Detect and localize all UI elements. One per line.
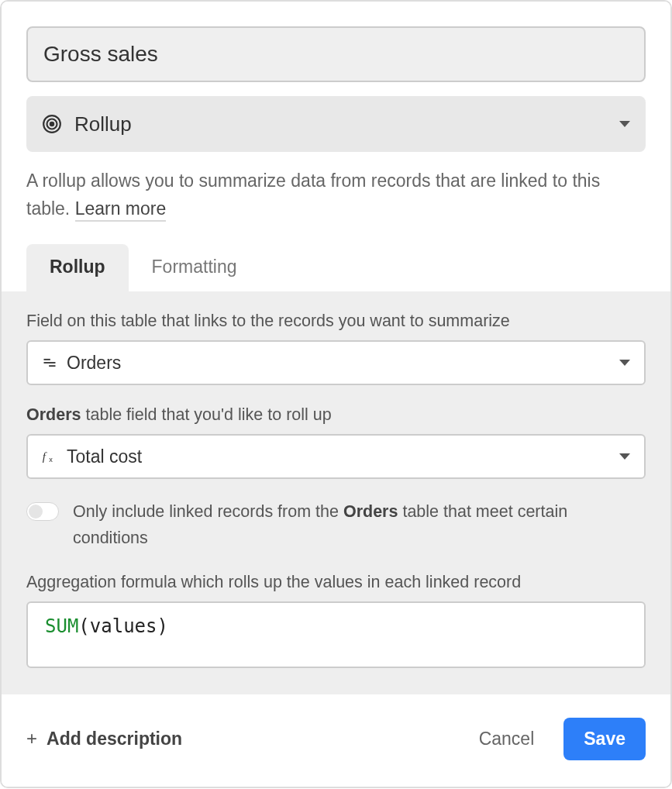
conditions-table-name: Orders — [343, 502, 398, 521]
chevron-down-icon — [619, 453, 630, 460]
config-tabs: Rollup Formatting — [26, 244, 646, 291]
save-button[interactable]: Save — [563, 718, 646, 760]
dialog-top-section: Rollup A rollup allows you to summarize … — [2, 2, 670, 291]
plus-icon: + — [26, 728, 37, 749]
aggregation-label: Aggregation formula which rolls up the v… — [26, 573, 646, 592]
formula-function: SUM — [45, 615, 78, 637]
chevron-down-icon — [619, 121, 630, 127]
formula-icon: f x — [42, 449, 57, 464]
link-field-select[interactable]: Orders — [26, 340, 646, 385]
formula-close-paren: ) — [157, 615, 168, 637]
field-config-dialog: Rollup A rollup allows you to summarize … — [0, 0, 672, 788]
svg-text:x: x — [49, 456, 53, 463]
conditions-row: Only include linked records from the Ord… — [26, 499, 646, 551]
dialog-footer: + Add description Cancel Save — [2, 694, 670, 787]
cancel-button[interactable]: Cancel — [459, 718, 555, 760]
rollup-config-section: Field on this table that links to the re… — [2, 291, 670, 694]
formula-arg: values — [90, 615, 157, 637]
chevron-down-icon — [619, 360, 630, 366]
conditions-toggle[interactable] — [26, 502, 59, 521]
add-description-label: Add description — [47, 729, 182, 749]
conditions-prefix: Only include linked records from the — [73, 502, 343, 521]
aggregation-formula-input[interactable]: SUM(values) — [26, 601, 646, 668]
add-description-button[interactable]: + Add description — [26, 728, 182, 749]
learn-more-link[interactable]: Learn more — [75, 198, 167, 222]
rollup-field-label: Orders table field that you'd like to ro… — [26, 405, 646, 425]
conditions-label: Only include linked records from the Ord… — [73, 499, 646, 551]
tab-formatting[interactable]: Formatting — [129, 244, 260, 291]
link-field-label: Field on this table that links to the re… — [26, 312, 646, 331]
rollup-icon — [42, 114, 62, 134]
formula-open-paren: ( — [78, 615, 89, 637]
tab-rollup[interactable]: Rollup — [26, 244, 129, 291]
rollup-field-table-name: Orders — [26, 405, 81, 424]
link-field-value: Orders — [67, 353, 610, 374]
rollup-field-value: Total cost — [67, 446, 610, 467]
svg-point-2 — [50, 122, 53, 126]
field-type-label: Rollup — [74, 112, 607, 136]
rollup-field-label-rest: table field that you'd like to roll up — [81, 405, 332, 424]
rollup-field-select[interactable]: f x Total cost — [26, 434, 646, 479]
linked-record-icon — [42, 355, 57, 370]
field-type-description: A rollup allows you to summarize data fr… — [26, 167, 646, 222]
field-type-select[interactable]: Rollup — [26, 96, 646, 152]
svg-text:f: f — [43, 450, 47, 463]
field-name-input[interactable] — [26, 26, 646, 82]
